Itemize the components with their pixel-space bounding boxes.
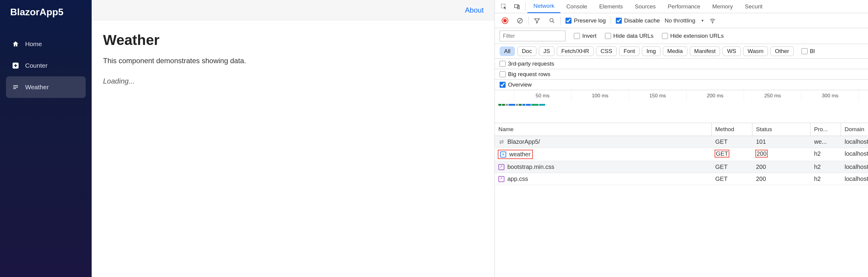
divider xyxy=(560,17,561,25)
cell-method: GET xyxy=(712,161,752,173)
cell-name: app.css xyxy=(495,173,712,185)
sidebar: BlazorApp5 Home Counter Weather xyxy=(0,0,92,277)
pill-img[interactable]: Img xyxy=(642,47,660,56)
hide-ext-urls-checkbox[interactable]: Hide extension URLs xyxy=(662,33,724,39)
cell-method: GET xyxy=(712,136,752,148)
cell-domain: localhost xyxy=(841,173,868,185)
filter-input[interactable] xyxy=(500,31,565,41)
pill-doc[interactable]: Doc xyxy=(517,47,536,56)
overview-label: Overview xyxy=(508,82,532,88)
nav: Home Counter Weather xyxy=(0,33,92,98)
pill-js[interactable]: JS xyxy=(539,47,554,56)
timeline-tick: 250 ms xyxy=(744,90,802,101)
invert-checkbox[interactable]: Invert xyxy=(574,33,597,39)
hide-data-urls-checkbox[interactable]: Hide data URLs xyxy=(605,33,654,39)
preserve-log-checkbox[interactable]: Preserve log xyxy=(565,18,606,24)
pill-fetch[interactable]: Fetch/XHR xyxy=(557,47,594,56)
throttling-select[interactable]: No throttling xyxy=(664,18,704,24)
pill-wasm[interactable]: Wasm xyxy=(743,47,768,56)
col-method[interactable]: Method xyxy=(712,123,752,136)
divider xyxy=(528,17,529,25)
wifi-icon[interactable] xyxy=(706,14,719,27)
pill-ws[interactable]: WS xyxy=(722,47,741,56)
blocked-label: Bl xyxy=(810,48,815,55)
third-party-checkbox[interactable]: 3rd-party requests xyxy=(500,61,554,67)
tab-performance[interactable]: Performance xyxy=(662,0,706,13)
nav-label: Weather xyxy=(25,84,49,91)
timeline-tick: 200 ms xyxy=(686,90,744,101)
col-domain[interactable]: Domain xyxy=(841,123,868,136)
loading-text: Loading... xyxy=(103,77,483,85)
type-filter-pills: All Doc JS Fetch/XHR CSS Font Img Media … xyxy=(495,44,868,59)
tab-memory[interactable]: Memory xyxy=(706,0,739,13)
pill-css[interactable]: CSS xyxy=(596,47,617,56)
nav-item-counter[interactable]: Counter xyxy=(6,55,86,76)
cell-protocol: we... xyxy=(810,136,841,148)
request-name: weather xyxy=(509,151,530,158)
divider xyxy=(611,17,611,25)
list-icon xyxy=(11,83,20,91)
topbar: About xyxy=(92,0,495,20)
timeline-tick: 350 ms xyxy=(859,90,868,101)
search-icon[interactable] xyxy=(546,14,559,27)
request-row[interactable]: ⇄BlazorApp5/GET101we...localhost xyxy=(495,136,868,148)
resource-type-icon xyxy=(500,152,506,157)
clear-button[interactable] xyxy=(514,14,527,27)
record-button[interactable] xyxy=(498,14,512,27)
cell-status: 200 xyxy=(752,161,810,173)
timeline-tick: 300 ms xyxy=(802,90,859,101)
filter-toggle-icon[interactable] xyxy=(530,14,544,27)
pill-all[interactable]: All xyxy=(500,47,515,56)
cell-domain: localhost xyxy=(841,148,868,161)
preserve-log-label: Preserve log xyxy=(574,18,606,24)
big-rows-checkbox[interactable]: Big request rows xyxy=(500,71,551,78)
timeline[interactable]: 50 ms100 ms150 ms200 ms250 ms300 ms350 m… xyxy=(495,90,868,123)
pill-manifest[interactable]: Manifest xyxy=(690,47,720,56)
tab-console[interactable]: Console xyxy=(560,0,593,13)
resource-type-icon xyxy=(498,164,504,170)
home-icon xyxy=(11,40,20,48)
timeline-tick: 100 ms xyxy=(571,90,629,101)
request-row[interactable]: weatherGET200h2localhost xyxy=(495,148,868,161)
svg-point-6 xyxy=(712,23,713,23)
nav-label: Counter xyxy=(25,62,48,69)
cell-status: 200 xyxy=(752,173,810,185)
pill-other[interactable]: Other xyxy=(770,47,794,56)
cell-method: GET xyxy=(712,148,752,161)
svg-point-5 xyxy=(550,18,553,22)
nav-item-home[interactable]: Home xyxy=(6,33,86,55)
cell-name: weather xyxy=(495,148,712,161)
col-name[interactable]: Name xyxy=(495,123,712,136)
device-toggle-icon[interactable] xyxy=(510,0,524,13)
resource-type-icon: ⇄ xyxy=(498,139,504,145)
devtools-tabs: Network Console Elements Sources Perform… xyxy=(495,0,868,13)
big-rows-label: Big request rows xyxy=(508,71,551,78)
request-row[interactable]: app.cssGET200h2localhost xyxy=(495,173,868,185)
pill-media[interactable]: Media xyxy=(663,47,687,56)
pill-font[interactable]: Font xyxy=(619,47,640,56)
request-row[interactable]: bootstrap.min.cssGET200h2localhost xyxy=(495,161,868,173)
tab-network[interactable]: Network xyxy=(527,0,560,13)
tab-sources[interactable]: Sources xyxy=(629,0,662,13)
cell-protocol: h2 xyxy=(810,173,841,185)
inspect-icon[interactable] xyxy=(497,0,510,13)
blocked-checkbox[interactable]: Bl xyxy=(802,48,815,55)
timeline-bars xyxy=(498,103,545,109)
col-protocol[interactable]: Pro... xyxy=(810,123,841,136)
col-status[interactable]: Status xyxy=(752,123,810,136)
tab-elements[interactable]: Elements xyxy=(593,0,629,13)
tab-security[interactable]: Securit xyxy=(739,0,769,13)
resource-type-icon xyxy=(498,176,504,182)
overview-checkbox[interactable]: Overview xyxy=(500,82,532,88)
timeline-tick: 150 ms xyxy=(629,90,686,101)
requests-header: Name Method Status Pro... Domain xyxy=(495,123,868,136)
cell-method: GET xyxy=(712,173,752,185)
disable-cache-checkbox[interactable]: Disable cache xyxy=(616,18,660,24)
page-desc: This component demonstrates showing data… xyxy=(103,57,483,65)
hide-ext-urls-label: Hide extension URLs xyxy=(670,33,724,39)
plus-icon xyxy=(11,61,20,70)
cell-domain: localhost xyxy=(841,161,868,173)
devtools: Network Console Elements Sources Perform… xyxy=(495,0,868,277)
about-link[interactable]: About xyxy=(465,6,484,14)
nav-item-weather[interactable]: Weather xyxy=(6,76,86,98)
